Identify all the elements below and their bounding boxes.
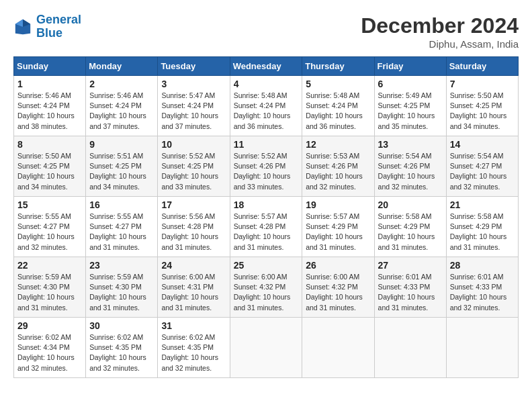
- day-header-saturday: Saturday: [446, 57, 518, 76]
- calendar-cell: 25Sunrise: 6:00 AMSunset: 4:32 PMDayligh…: [230, 257, 302, 318]
- calendar-cell: 18Sunrise: 5:57 AMSunset: 4:28 PMDayligh…: [230, 197, 302, 257]
- day-info: Sunrise: 5:46 AMSunset: 4:24 PMDaylight:…: [89, 91, 154, 132]
- day-info: Sunrise: 5:57 AMSunset: 4:29 PMDaylight:…: [306, 212, 370, 253]
- calendar-cell: 15Sunrise: 5:55 AMSunset: 4:27 PMDayligh…: [14, 197, 86, 257]
- day-number: 24: [161, 260, 226, 271]
- calendar-cell: 12Sunrise: 5:53 AMSunset: 4:26 PMDayligh…: [302, 136, 374, 197]
- day-info: Sunrise: 5:54 AMSunset: 4:27 PMDaylight:…: [450, 151, 515, 192]
- day-header-sunday: Sunday: [14, 57, 86, 76]
- day-info: Sunrise: 6:00 AMSunset: 4:32 PMDaylight:…: [306, 272, 370, 313]
- calendar-cell: 23Sunrise: 5:59 AMSunset: 4:30 PMDayligh…: [86, 257, 158, 318]
- day-header-monday: Monday: [86, 57, 158, 76]
- day-number: 19: [306, 199, 370, 210]
- day-number: 22: [17, 260, 82, 271]
- day-info: Sunrise: 6:01 AMSunset: 4:33 PMDaylight:…: [378, 272, 443, 313]
- calendar-cell: 17Sunrise: 5:56 AMSunset: 4:28 PMDayligh…: [158, 197, 230, 257]
- calendar-cell: 1Sunrise: 5:46 AMSunset: 4:24 PMDaylight…: [14, 76, 86, 136]
- day-number: 1: [17, 79, 82, 89]
- day-info: Sunrise: 5:59 AMSunset: 4:30 PMDaylight:…: [89, 272, 154, 313]
- day-number: 20: [378, 199, 443, 210]
- day-info: Sunrise: 5:54 AMSunset: 4:26 PMDaylight:…: [378, 151, 443, 192]
- day-info: Sunrise: 5:52 AMSunset: 4:25 PMDaylight:…: [161, 151, 226, 192]
- day-header-friday: Friday: [374, 57, 446, 76]
- day-number: 16: [89, 199, 154, 210]
- day-number: 4: [234, 79, 299, 89]
- day-info: Sunrise: 6:00 AMSunset: 4:31 PMDaylight:…: [161, 272, 226, 313]
- day-info: Sunrise: 6:01 AMSunset: 4:33 PMDaylight:…: [450, 272, 515, 313]
- day-number: 6: [378, 79, 443, 89]
- calendar-cell: 19Sunrise: 5:57 AMSunset: 4:29 PMDayligh…: [302, 197, 374, 257]
- day-number: 12: [306, 139, 370, 150]
- week-row-3: 15Sunrise: 5:55 AMSunset: 4:27 PMDayligh…: [14, 197, 519, 257]
- day-info: Sunrise: 6:02 AMSunset: 4:35 PMDaylight:…: [89, 332, 154, 373]
- day-number: 29: [17, 320, 82, 331]
- week-row-5: 29Sunrise: 6:02 AMSunset: 4:34 PMDayligh…: [14, 318, 519, 378]
- calendar-cell: 13Sunrise: 5:54 AMSunset: 4:26 PMDayligh…: [374, 136, 446, 197]
- calendar-cell: 14Sunrise: 5:54 AMSunset: 4:27 PMDayligh…: [446, 136, 518, 197]
- logo: General Blue: [13, 13, 81, 40]
- day-info: Sunrise: 6:02 AMSunset: 4:35 PMDaylight:…: [161, 332, 226, 373]
- calendar-cell: 11Sunrise: 5:52 AMSunset: 4:26 PMDayligh…: [230, 136, 302, 197]
- week-row-1: 1Sunrise: 5:46 AMSunset: 4:24 PMDaylight…: [14, 76, 519, 136]
- calendar-cell: 27Sunrise: 6:01 AMSunset: 4:33 PMDayligh…: [374, 257, 446, 318]
- day-info: Sunrise: 5:50 AMSunset: 4:25 PMDaylight:…: [17, 151, 82, 192]
- logo-icon: [13, 17, 32, 36]
- calendar-cell: 4Sunrise: 5:48 AMSunset: 4:24 PMDaylight…: [230, 76, 302, 136]
- day-number: 27: [378, 260, 443, 271]
- calendar-cell: 16Sunrise: 5:55 AMSunset: 4:27 PMDayligh…: [86, 197, 158, 257]
- page-header: General Blue December 2024 Diphu, Assam,…: [13, 13, 519, 50]
- calendar-cell: 22Sunrise: 5:59 AMSunset: 4:30 PMDayligh…: [14, 257, 86, 318]
- day-info: Sunrise: 5:55 AMSunset: 4:27 PMDaylight:…: [17, 212, 82, 253]
- calendar-cell: 31Sunrise: 6:02 AMSunset: 4:35 PMDayligh…: [158, 318, 230, 378]
- calendar-cell: 9Sunrise: 5:51 AMSunset: 4:25 PMDaylight…: [86, 136, 158, 197]
- day-number: 17: [161, 199, 226, 210]
- day-number: 13: [378, 139, 443, 150]
- week-row-4: 22Sunrise: 5:59 AMSunset: 4:30 PMDayligh…: [14, 257, 519, 318]
- day-number: 10: [161, 139, 226, 150]
- day-number: 2: [89, 79, 154, 89]
- calendar-cell: [302, 318, 374, 378]
- day-info: Sunrise: 5:51 AMSunset: 4:25 PMDaylight:…: [89, 151, 154, 192]
- day-info: Sunrise: 6:00 AMSunset: 4:32 PMDaylight:…: [234, 272, 299, 313]
- day-number: 28: [450, 260, 515, 271]
- calendar-cell: 5Sunrise: 5:48 AMSunset: 4:24 PMDaylight…: [302, 76, 374, 136]
- day-number: 21: [450, 199, 515, 210]
- day-header-thursday: Thursday: [302, 57, 374, 76]
- calendar-header-row: SundayMondayTuesdayWednesdayThursdayFrid…: [14, 57, 519, 76]
- calendar-cell: 20Sunrise: 5:58 AMSunset: 4:29 PMDayligh…: [374, 197, 446, 257]
- calendar-cell: 2Sunrise: 5:46 AMSunset: 4:24 PMDaylight…: [86, 76, 158, 136]
- day-number: 7: [450, 79, 515, 89]
- day-header-tuesday: Tuesday: [158, 57, 230, 76]
- calendar-cell: 29Sunrise: 6:02 AMSunset: 4:34 PMDayligh…: [14, 318, 86, 378]
- day-number: 8: [17, 139, 82, 150]
- day-header-wednesday: Wednesday: [230, 57, 302, 76]
- calendar-cell: 30Sunrise: 6:02 AMSunset: 4:35 PMDayligh…: [86, 318, 158, 378]
- calendar-body: 1Sunrise: 5:46 AMSunset: 4:24 PMDaylight…: [14, 76, 519, 378]
- day-number: 25: [234, 260, 299, 271]
- day-number: 30: [89, 320, 154, 331]
- day-info: Sunrise: 5:59 AMSunset: 4:30 PMDaylight:…: [17, 272, 82, 313]
- week-row-2: 8Sunrise: 5:50 AMSunset: 4:25 PMDaylight…: [14, 136, 519, 197]
- title-block: December 2024 Diphu, Assam, India: [361, 13, 519, 50]
- day-number: 9: [89, 139, 154, 150]
- day-info: Sunrise: 5:46 AMSunset: 4:24 PMDaylight:…: [17, 91, 82, 132]
- day-number: 5: [306, 79, 370, 89]
- month-title: December 2024: [361, 13, 519, 38]
- calendar-cell: 10Sunrise: 5:52 AMSunset: 4:25 PMDayligh…: [158, 136, 230, 197]
- day-info: Sunrise: 5:52 AMSunset: 4:26 PMDaylight:…: [234, 151, 299, 192]
- calendar-cell: 28Sunrise: 6:01 AMSunset: 4:33 PMDayligh…: [446, 257, 518, 318]
- day-number: 14: [450, 139, 515, 150]
- day-number: 15: [17, 199, 82, 210]
- day-info: Sunrise: 5:47 AMSunset: 4:24 PMDaylight:…: [161, 91, 226, 132]
- day-info: Sunrise: 5:53 AMSunset: 4:26 PMDaylight:…: [306, 151, 370, 192]
- day-info: Sunrise: 5:56 AMSunset: 4:28 PMDaylight:…: [161, 212, 226, 253]
- day-info: Sunrise: 6:02 AMSunset: 4:34 PMDaylight:…: [17, 332, 82, 373]
- day-number: 23: [89, 260, 154, 271]
- day-info: Sunrise: 5:48 AMSunset: 4:24 PMDaylight:…: [306, 91, 370, 132]
- calendar-table: SundayMondayTuesdayWednesdayThursdayFrid…: [13, 56, 519, 378]
- location: Diphu, Assam, India: [361, 38, 519, 50]
- day-info: Sunrise: 5:58 AMSunset: 4:29 PMDaylight:…: [450, 212, 515, 253]
- day-info: Sunrise: 5:48 AMSunset: 4:24 PMDaylight:…: [234, 91, 299, 132]
- calendar-cell: 21Sunrise: 5:58 AMSunset: 4:29 PMDayligh…: [446, 197, 518, 257]
- calendar-cell: 7Sunrise: 5:50 AMSunset: 4:25 PMDaylight…: [446, 76, 518, 136]
